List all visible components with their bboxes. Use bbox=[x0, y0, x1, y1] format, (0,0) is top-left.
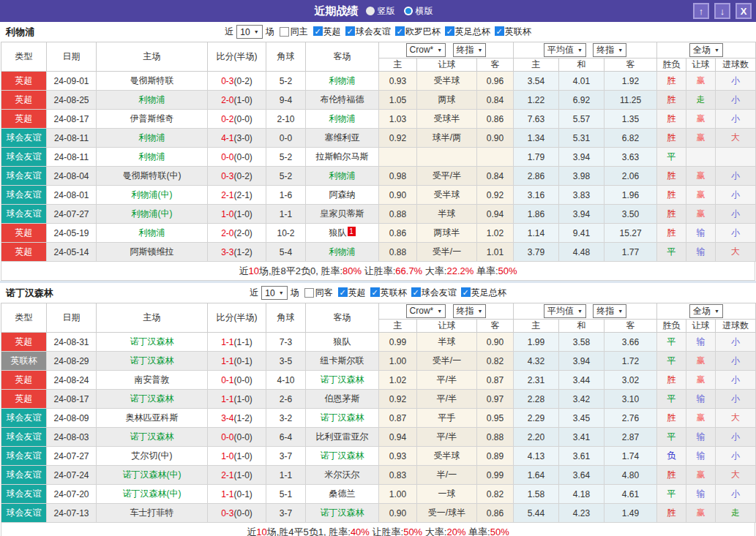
euro-time-select[interactable]: 终指▼ bbox=[593, 43, 626, 57]
result-goals: 小 bbox=[716, 224, 756, 243]
fulltime-score: 3-4 bbox=[221, 413, 233, 423]
fulltime-score: 0-3 bbox=[221, 171, 233, 181]
euro-home-odds: 3.54 bbox=[514, 72, 559, 91]
league-checkbox-checked[interactable]: ✓ bbox=[345, 26, 355, 36]
euro-away-odds: 1.92 bbox=[605, 72, 657, 91]
euro-source-select[interactable]: 平均值▼ bbox=[544, 304, 586, 318]
bookmaker-select[interactable]: Crow*▼ bbox=[406, 43, 446, 57]
away-team: 塞维利亚 bbox=[306, 129, 379, 148]
euro-away-odds: 3.63 bbox=[605, 148, 657, 167]
result-outcome: 平 bbox=[657, 390, 686, 409]
league-checkbox-checked[interactable]: ✓ bbox=[370, 287, 380, 297]
league-badge: 球会友谊 bbox=[1, 205, 47, 224]
score: 0-3(0-2) bbox=[208, 167, 266, 186]
score: 2-0(1-0) bbox=[208, 91, 266, 110]
corners: 10-2 bbox=[266, 224, 306, 243]
layout-option-horizontal[interactable]: 横版 bbox=[404, 5, 433, 18]
same-venue-label: 同客 bbox=[315, 287, 333, 299]
record-summary: 近10场,胜4平5负1, 胜率:40% 让胜率:50% 大率:20% 单率:50… bbox=[1, 523, 755, 536]
league-checkbox-checked[interactable]: ✓ bbox=[461, 287, 471, 297]
close-button[interactable]: X bbox=[736, 3, 752, 19]
fulltime-score: 0-0 bbox=[221, 432, 233, 442]
odds-time-select[interactable]: 终指▼ bbox=[453, 304, 487, 318]
league-badge: 球会友谊 bbox=[1, 148, 47, 167]
home-team-name: 艾尔切(中) bbox=[132, 450, 173, 461]
league-badge: 英超 bbox=[1, 91, 47, 110]
corners: 5-2 bbox=[266, 72, 306, 91]
league-checkbox-checked[interactable]: ✓ bbox=[411, 287, 421, 297]
euro-away-odds: 2.87 bbox=[605, 428, 657, 447]
home-team: 诺丁汉森林(中) bbox=[97, 485, 208, 504]
league-checkbox-checked[interactable]: ✓ bbox=[395, 26, 405, 36]
result-handicap: 赢 bbox=[686, 466, 716, 485]
handicap-line: 受半/一 bbox=[417, 352, 477, 371]
radio-unselected-icon[interactable] bbox=[366, 7, 375, 15]
period-select[interactable]: 全场▼ bbox=[689, 304, 723, 318]
period-select[interactable]: 全场▼ bbox=[689, 43, 723, 57]
halftime-score: (0-1) bbox=[234, 356, 252, 366]
radio-selected-icon[interactable] bbox=[404, 7, 413, 15]
league-filters: ✓英超✓英联杯✓球会友谊✓英足总杯 bbox=[334, 287, 506, 299]
corners: 6-4 bbox=[266, 428, 306, 447]
result-goals: 大 bbox=[716, 409, 756, 428]
result-goals: 小 bbox=[716, 205, 756, 224]
euro-draw-odds: 3.61 bbox=[559, 447, 605, 466]
league-checkbox-checked[interactable]: ✓ bbox=[495, 26, 504, 36]
euro-away-odds: 2.06 bbox=[605, 167, 657, 186]
asian-home-odds: 1.00 bbox=[379, 485, 417, 504]
result-goals: 小 bbox=[716, 485, 756, 504]
asian-home-odds: 0.98 bbox=[379, 167, 417, 186]
layout-option-vertical[interactable]: 竖版 bbox=[366, 5, 395, 18]
fulltime-score: 0-1 bbox=[221, 375, 233, 385]
home-team: 诺丁汉森林 bbox=[97, 428, 208, 447]
away-team: 布伦特福德 bbox=[306, 91, 379, 110]
handicap-line: 受平/半 bbox=[417, 167, 477, 186]
summary-text: 近 bbox=[239, 265, 248, 276]
league-checkbox-checked[interactable]: ✓ bbox=[445, 26, 454, 36]
same-venue-checkbox[interactable] bbox=[304, 288, 314, 298]
away-team: 利物浦 bbox=[306, 243, 379, 262]
euro-source-select[interactable]: 平均值▼ bbox=[544, 43, 586, 57]
same-venue-checkbox[interactable] bbox=[280, 27, 289, 37]
odds-time-select[interactable]: 终指▼ bbox=[453, 43, 487, 57]
summary-text: 近 bbox=[247, 526, 256, 536]
corners: 1-1 bbox=[266, 205, 306, 224]
euro-home-odds: 2.86 bbox=[514, 167, 559, 186]
match-count-select[interactable]: 10▼ bbox=[261, 286, 287, 300]
move-up-button[interactable]: ↑ bbox=[693, 3, 709, 19]
euro-draw-odds: 4.23 bbox=[559, 504, 605, 523]
asian-home-odds: 1.03 bbox=[379, 110, 417, 129]
corners: 4-10 bbox=[266, 371, 306, 390]
fulltime-score: 3-3 bbox=[221, 247, 233, 257]
result-handicap: 赢 bbox=[686, 409, 716, 428]
match-count-select[interactable]: 10▼ bbox=[236, 25, 262, 39]
asian-away-odds: 0.94 bbox=[477, 205, 514, 224]
euro-home-odds: 1.34 bbox=[514, 129, 559, 148]
league-checkbox-checked[interactable]: ✓ bbox=[313, 26, 323, 36]
bookmaker-select[interactable]: Crow*▼ bbox=[406, 304, 446, 318]
league-filter-label: 英联杯 bbox=[505, 26, 531, 37]
league-badge: 英超 bbox=[1, 390, 47, 409]
chevron-down-icon: ▼ bbox=[437, 309, 442, 314]
euro-draw-odds: 3.64 bbox=[559, 466, 605, 485]
move-down-button[interactable]: ↓ bbox=[714, 3, 730, 19]
euro-draw-odds: 3.94 bbox=[559, 205, 605, 224]
away-team-name: 利物浦 bbox=[329, 113, 356, 124]
match-row: 英超24-08-24南安普敦0-1(0-0)4-10诺丁汉森林1.02平/半0.… bbox=[1, 371, 756, 390]
handicap-line: 半球 bbox=[417, 333, 477, 352]
home-team: 诺丁汉森林 bbox=[97, 333, 208, 352]
window-titlebar: 近期战绩 竖版 横版 ↑ ↓ X bbox=[0, 0, 756, 22]
fulltime-score: 2-0 bbox=[221, 95, 233, 105]
result-goals: 小 bbox=[716, 167, 756, 186]
result-handicap: 输 bbox=[686, 447, 716, 466]
chevron-down-icon: ▼ bbox=[254, 29, 259, 34]
match-date: 24-07-24 bbox=[47, 466, 97, 485]
result-goals: 走 bbox=[716, 504, 756, 523]
result-goals: 小 bbox=[716, 371, 756, 390]
euro-time-select[interactable]: 终指▼ bbox=[593, 304, 626, 318]
col-score: 比分(半场) bbox=[208, 42, 266, 72]
home-team-name: 利物浦 bbox=[139, 151, 165, 162]
league-checkbox-checked[interactable]: ✓ bbox=[338, 287, 348, 297]
result-goals: 小 bbox=[716, 390, 756, 409]
euro-draw-odds: 5.57 bbox=[559, 110, 605, 129]
